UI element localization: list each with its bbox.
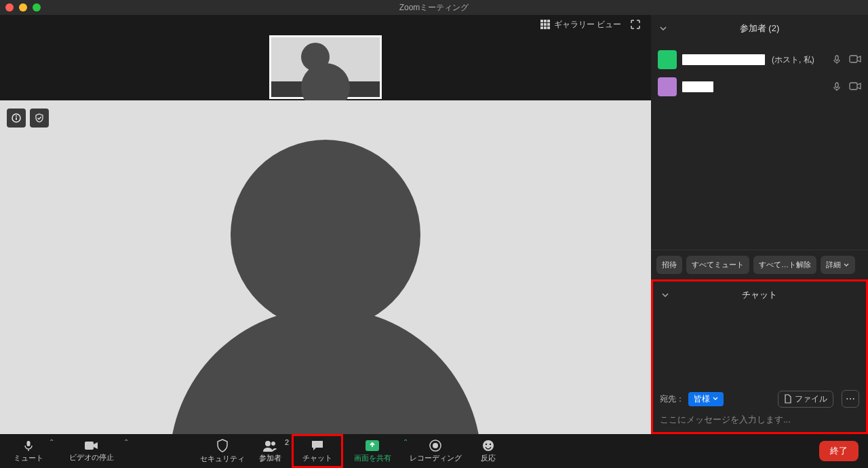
main-avatar-placeholder-icon xyxy=(231,172,420,362)
collapse-chat-button[interactable] xyxy=(661,291,669,299)
stop-video-label: ビデオの停止 xyxy=(69,452,114,463)
shield-check-icon xyxy=(35,113,44,123)
chat-label: チャット xyxy=(302,453,332,463)
chevron-down-icon xyxy=(661,291,669,299)
chat-input[interactable] xyxy=(660,414,859,425)
microphone-icon[interactable] xyxy=(831,81,842,92)
smiley-icon xyxy=(482,440,494,452)
chat-more-button[interactable]: ⋯ xyxy=(842,390,859,408)
gallery-view-button[interactable]: ギャラリー ビュー xyxy=(540,19,621,31)
share-screen-icon xyxy=(365,440,380,452)
svg-rect-6 xyxy=(850,83,857,90)
mute-all-button[interactable]: すべてミュート xyxy=(686,256,749,274)
participant-role-label: (ホスト, 私) xyxy=(772,54,814,66)
security-button[interactable]: セキュリティ xyxy=(197,434,248,468)
video-top-controls: ギャラリー ビュー xyxy=(0,15,651,34)
file-icon xyxy=(784,394,792,404)
info-icon xyxy=(12,113,21,123)
grid-icon xyxy=(540,20,550,29)
chevron-up-icon[interactable]: ⌃ xyxy=(49,438,54,446)
participants-icon xyxy=(262,440,278,452)
minimize-window-button[interactable] xyxy=(19,3,27,12)
participants-panel: 参加者 (2) (ホスト, 私) xyxy=(651,15,868,279)
svg-rect-7 xyxy=(27,441,31,446)
participants-label: 参加者 xyxy=(259,453,281,463)
record-label: レコーディング xyxy=(410,453,462,463)
file-label: ファイル xyxy=(795,393,827,405)
encryption-button[interactable] xyxy=(30,109,49,128)
title-bar: Zoomミーティング xyxy=(0,0,868,15)
chat-footer: 宛先： 皆様 ファイル ⋯ xyxy=(653,385,866,432)
share-screen-button[interactable]: 画面を共有 ⌃ xyxy=(343,434,401,468)
info-button[interactable] xyxy=(7,109,26,128)
participants-footer: 招待 すべてミュート すべて…ト解除 詳細 xyxy=(651,250,868,279)
record-icon xyxy=(429,440,441,452)
svg-point-9 xyxy=(265,441,271,446)
reactions-label: 反応 xyxy=(481,453,496,463)
participants-title: 参加者 (2) xyxy=(740,22,780,35)
microphone-icon xyxy=(22,440,35,452)
participant-avatar xyxy=(658,50,677,69)
fullscreen-button[interactable] xyxy=(628,17,643,32)
svg-point-16 xyxy=(490,443,491,444)
main-video xyxy=(0,100,651,434)
stop-video-button[interactable]: ビデオの停止 ⌃ xyxy=(61,434,122,468)
mute-label: ミュート xyxy=(14,453,43,463)
svg-rect-8 xyxy=(85,442,94,450)
meeting-toolbar: ミュート ⌃ ビデオの停止 ⌃ セキュリティ 2 参加者 チャット 画面を共有 … xyxy=(0,434,868,468)
chat-file-button[interactable]: ファイル xyxy=(778,391,833,408)
svg-point-15 xyxy=(486,443,487,444)
reactions-button[interactable]: 反応 xyxy=(469,434,507,468)
svg-rect-5 xyxy=(835,83,838,87)
chevron-up-icon[interactable]: ⌃ xyxy=(123,438,129,446)
record-button[interactable]: レコーディング xyxy=(401,434,469,468)
chat-button[interactable]: チャット xyxy=(292,434,343,468)
camera-icon[interactable] xyxy=(849,81,861,91)
chat-title: チャット xyxy=(742,289,777,301)
microphone-icon[interactable] xyxy=(831,54,842,65)
participants-button[interactable]: 2 参加者 xyxy=(248,434,292,468)
svg-point-1 xyxy=(16,115,17,117)
gallery-view-label: ギャラリー ビュー xyxy=(554,19,621,31)
participants-count-badge: 2 xyxy=(285,438,289,446)
chat-to-label: 宛先： xyxy=(660,393,684,405)
chat-messages xyxy=(653,309,866,385)
side-panel: 参加者 (2) (ホスト, 私) xyxy=(651,15,868,434)
chevron-down-icon xyxy=(659,24,667,33)
video-area: ギャラリー ビュー 名 前 xyxy=(0,15,651,434)
participant-avatar xyxy=(658,77,677,96)
chat-header: チャット xyxy=(653,281,866,309)
participant-row[interactable]: (ホスト, 私) xyxy=(658,46,861,73)
shield-icon xyxy=(216,439,229,452)
close-window-button[interactable] xyxy=(5,3,14,12)
svg-rect-2 xyxy=(16,117,17,120)
maximize-window-button[interactable] xyxy=(33,3,41,12)
participant-name-redacted xyxy=(682,54,765,65)
end-meeting-button[interactable]: 終了 xyxy=(819,441,859,461)
svg-rect-3 xyxy=(835,56,838,60)
camera-icon[interactable] xyxy=(849,54,861,64)
svg-point-13 xyxy=(433,443,438,448)
chat-recipient-value: 皆様 xyxy=(694,393,710,405)
mute-button[interactable]: ミュート ⌃ xyxy=(9,434,47,468)
participant-name-redacted xyxy=(682,81,713,92)
invite-button[interactable]: 招待 xyxy=(656,256,682,274)
chat-recipient-select[interactable]: 皆様 xyxy=(688,392,724,406)
fullscreen-icon xyxy=(630,19,641,30)
unmute-all-button[interactable]: すべて…ト解除 xyxy=(753,256,816,274)
avatar-placeholder-icon xyxy=(301,43,350,92)
camera-icon xyxy=(84,440,99,451)
self-view-thumbnail[interactable]: 名 前 xyxy=(269,35,382,99)
window-title: Zoomミーティング xyxy=(399,2,469,14)
security-label: セキュリティ xyxy=(200,454,245,464)
window-controls xyxy=(5,3,41,12)
chat-panel: チャット 宛先： 皆様 ファイル ⋯ xyxy=(651,279,868,434)
svg-point-10 xyxy=(271,442,275,446)
participants-more-button[interactable]: 詳細 xyxy=(821,256,855,274)
more-label: 詳細 xyxy=(826,260,841,270)
participants-header: 参加者 (2) xyxy=(651,15,868,42)
participant-row[interactable] xyxy=(658,73,861,100)
collapse-participants-button[interactable] xyxy=(659,24,667,33)
share-label: 画面を共有 xyxy=(354,453,391,463)
chat-icon xyxy=(311,440,324,452)
